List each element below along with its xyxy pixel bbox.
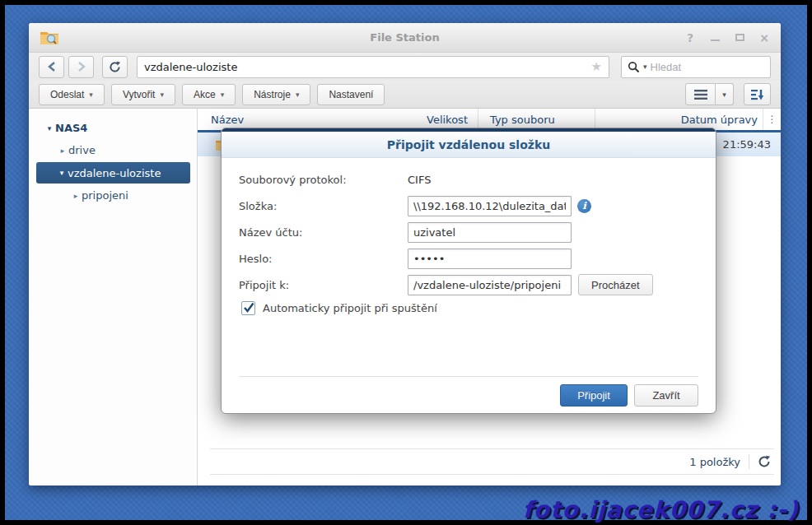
view-mode-caret-icon[interactable]: ▾	[716, 83, 734, 105]
action-menu-button[interactable]: Akce ▾	[182, 84, 236, 105]
folder-path-input[interactable]	[408, 196, 572, 216]
sidebar-item-vzdalene-uloziste[interactable]: ▾ vzdalene-uloziste	[36, 162, 190, 184]
browse-button[interactable]: Procházet	[578, 274, 653, 295]
sidebar-item-drive[interactable]: ▸ drive	[29, 139, 197, 161]
protocol-row: Souborový protokol: CIFS	[239, 166, 716, 193]
view-mode-split-button: ▾	[685, 83, 734, 105]
password-input[interactable]	[408, 249, 572, 269]
settings-button[interactable]: Nastavení	[317, 84, 385, 105]
tools-label: Nástroje	[254, 89, 291, 100]
caret-right-icon[interactable]: ▸	[70, 192, 82, 200]
favorite-star-icon[interactable]: ★	[591, 59, 602, 74]
photo-watermark: foto.ijacek007.cz :-)	[523, 496, 799, 523]
tools-menu-button[interactable]: Nástroje ▾	[242, 84, 310, 105]
dialog-footer: Připojit Zavřít	[560, 384, 698, 407]
list-view-icon[interactable]	[685, 83, 716, 105]
upload-menu-button[interactable]: Odeslat ▾	[39, 84, 105, 105]
upload-label: Odeslat	[50, 89, 84, 100]
auto-mount-row: Automaticky připojit při spuštění	[239, 301, 716, 315]
folder-label: Složka:	[239, 200, 408, 212]
refresh-button[interactable]	[102, 56, 128, 78]
sidebar-item-nas4[interactable]: ▾ NAS4	[29, 117, 197, 139]
protocol-value: CIFS	[408, 174, 431, 186]
toolbar: Odeslat ▾ Vytvořit ▾ Akce ▾ Nástroje ▾ N…	[29, 81, 781, 109]
column-menu-icon[interactable]: ⋮	[763, 109, 781, 130]
chevron-down-icon: ▾	[89, 91, 93, 99]
account-row: Název účtu:	[239, 219, 716, 245]
dialog-title[interactable]: Připojit vzdálenou složku	[222, 128, 716, 158]
caret-right-icon[interactable]: ▸	[57, 146, 68, 155]
path-bar[interactable]: ★	[137, 56, 609, 78]
search-input[interactable]	[651, 61, 764, 73]
connect-button[interactable]: Připojit	[560, 384, 628, 407]
auto-mount-label: Automaticky připojit při spuštění	[263, 302, 437, 314]
caret-down-icon[interactable]: ▾	[56, 169, 68, 177]
sidebar-item-label: vzdalene-uloziste	[68, 167, 161, 179]
title-bar[interactable]: File Station ? ×	[29, 23, 781, 53]
maximize-icon[interactable]	[731, 30, 748, 45]
search-box[interactable]: ▾	[621, 56, 771, 78]
sort-button[interactable]	[744, 83, 771, 105]
search-icon	[628, 61, 640, 73]
mount-label: Připojit k:	[239, 279, 408, 291]
account-label: Název účtu:	[239, 226, 408, 239]
sidebar-item-label: drive	[68, 144, 96, 156]
dialog-form: Souborový protokol: CIFS Složka: i Název…	[222, 158, 716, 315]
search-options-caret-icon[interactable]: ▾	[643, 63, 647, 71]
path-input[interactable]	[144, 61, 591, 73]
navigation-bar: ★ ▾	[29, 53, 781, 81]
window-title: File Station	[29, 31, 781, 44]
close-dialog-button[interactable]: Zavřít	[634, 384, 698, 407]
mount-row: Připojit k: Procházet	[239, 272, 716, 298]
sidebar-item-label: pripojeni	[82, 189, 128, 202]
window-controls: ? ×	[682, 30, 772, 45]
info-icon[interactable]: i	[577, 199, 591, 213]
chevron-down-icon: ▾	[296, 91, 300, 99]
action-label: Akce	[194, 89, 216, 100]
chevron-down-icon: ▾	[221, 91, 225, 99]
forward-button[interactable]	[68, 56, 94, 78]
folder-row: Složka: i	[239, 193, 716, 219]
folder-tree-sidebar: ▾ NAS4 ▸ drive ▾ vzdalene-uloziste ▸ pri…	[29, 109, 198, 486]
account-input[interactable]	[408, 222, 572, 243]
mount-path-input[interactable]	[408, 275, 572, 295]
protocol-label: Souborový protokol:	[239, 174, 408, 186]
refresh-list-icon[interactable]	[758, 455, 771, 468]
dialog-footer-divider	[239, 376, 698, 377]
back-button[interactable]	[39, 56, 64, 78]
auto-mount-checkbox[interactable]	[241, 301, 255, 315]
settings-label: Nastavení	[329, 89, 373, 100]
screenshot-frame: File Station ? × ★	[0, 0, 812, 525]
create-label: Vytvořit	[123, 89, 156, 100]
items-count: 1 položky	[689, 456, 740, 468]
password-row: Heslo:	[239, 245, 716, 272]
create-menu-button[interactable]: Vytvořit ▾	[111, 84, 175, 105]
minimize-icon[interactable]	[707, 30, 723, 45]
sidebar-item-pripojeni[interactable]: ▸ pripojeni	[29, 184, 197, 207]
password-label: Heslo:	[239, 253, 408, 265]
connect-remote-folder-dialog: Připojit vzdálenou složku Souborový prot…	[221, 128, 716, 414]
sidebar-item-label: NAS4	[55, 122, 87, 134]
chevron-down-icon: ▾	[160, 91, 164, 99]
status-bar: 1 položky	[210, 448, 774, 475]
status-divider	[749, 454, 749, 469]
caret-down-icon[interactable]: ▾	[44, 124, 55, 132]
help-icon[interactable]: ?	[682, 30, 698, 45]
close-icon[interactable]: ×	[756, 30, 772, 45]
